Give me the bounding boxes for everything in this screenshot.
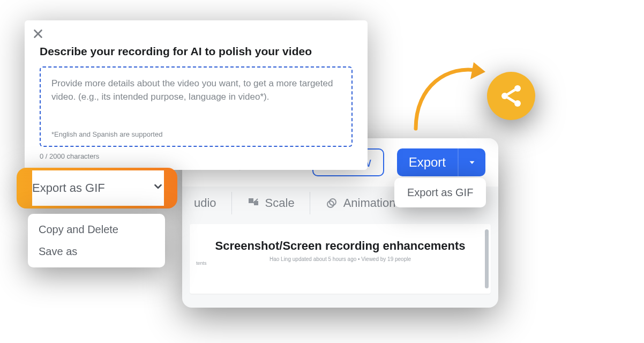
ai-footnote: *English and Spanish are supported [51,130,341,138]
scrollbar[interactable] [485,229,489,288]
share-circle-button[interactable] [487,72,535,120]
tab-audio-label: udio [194,196,216,210]
share-icon [498,83,524,109]
svg-point-4 [327,201,334,207]
doc-contents-label: tents [196,260,207,266]
tab-scale-label: Scale [265,196,295,210]
menu-item-copy-delete[interactable]: Copy and Delete [39,223,154,236]
export-button[interactable]: Export [397,148,458,176]
tab-scale[interactable]: Scale [242,196,300,210]
tab-audio[interactable]: udio [189,196,222,210]
export-gif-menu: Copy and Delete Save as [28,214,165,267]
ai-textarea[interactable]: Provide more details about the video you… [40,66,353,147]
char-counter: 0 / 2000 characters [40,152,353,160]
export-caret[interactable] [458,148,485,176]
export-gif-dropdown-trigger[interactable]: Export as GIF [17,168,177,208]
tab-separator [310,192,310,214]
ai-describe-card: Describe your recording for AI to polish… [25,20,368,170]
animation-icon [325,197,338,210]
tab-animation-label: Animation [343,196,396,210]
ai-card-title: Describe your recording for AI to polish… [40,45,353,58]
export-gif-label: Export as GIF [32,181,105,195]
document-area: tents Screenshot/Screen recording enhanc… [190,224,491,294]
svg-point-3 [330,199,336,205]
curved-arrow-icon [410,59,496,134]
scale-icon [247,197,260,210]
tab-separator [231,192,232,214]
document-meta: Hao Ling updated about 5 hours ago • Vie… [206,256,475,262]
chevron-down-icon [152,181,164,196]
export-option-gif[interactable]: Export as GIF [394,178,486,207]
document-title: Screenshot/Screen recording enhancements [206,239,475,253]
ai-placeholder: Provide more details about the video you… [51,77,341,103]
tab-animation[interactable]: Animation [320,196,401,210]
menu-item-save-as[interactable]: Save as [39,245,154,258]
export-split-button[interactable]: Export [397,148,485,176]
close-icon[interactable] [32,28,44,40]
